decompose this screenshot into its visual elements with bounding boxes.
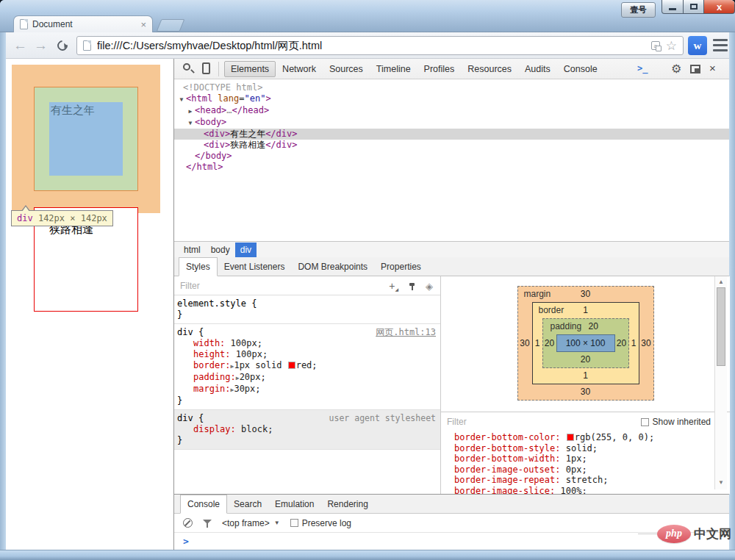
window-controls: x xyxy=(662,0,735,14)
address-bar[interactable]: file:///C:/Users/smyhvae/Desktop/html/网页… xyxy=(76,36,684,55)
page-div1: 有生之年 xyxy=(49,102,123,176)
tab-network[interactable]: Network xyxy=(276,61,323,77)
browser-tab[interactable]: Document × xyxy=(13,15,153,32)
breadcrumb-html[interactable]: html xyxy=(179,243,206,257)
console-prompt[interactable]: > xyxy=(174,533,729,547)
translate-icon[interactable]: a xyxy=(651,41,660,50)
styles-pane: Filter +◢ ◈ element.style { } 网页.html:13… xyxy=(174,276,441,494)
drawer-tab-rendering[interactable]: Rendering xyxy=(320,495,374,513)
tab-styles[interactable]: Styles xyxy=(179,257,218,276)
computed-prop[interactable]: border-image-repeat: stretch; xyxy=(454,475,730,486)
devtools-close-icon[interactable]: × xyxy=(709,62,716,74)
url-text[interactable]: file:///C:/Users/smyhvae/Desktop/html/网页… xyxy=(97,39,645,53)
rule-div-authored[interactable]: 网页.html:13div { width: 100px; height: 10… xyxy=(174,324,440,410)
settings-gear-icon[interactable]: ⚙ xyxy=(671,62,681,76)
php-badge: php xyxy=(657,525,691,543)
scrollbar-thumb[interactable] xyxy=(717,287,725,366)
tab-console[interactable]: Console xyxy=(557,61,604,77)
browser-window: Document × 壹号 x ← → file:///C:/Users/smy… xyxy=(0,0,735,560)
device-mode-icon[interactable] xyxy=(202,62,210,74)
filter-funnel-icon[interactable] xyxy=(203,519,212,528)
expand-arrow-icon[interactable]: ▼ xyxy=(177,94,186,105)
tab-audits[interactable]: Audits xyxy=(518,61,557,77)
new-style-rule-icon[interactable]: +◢ xyxy=(389,281,398,292)
breadcrumb-body[interactable]: body xyxy=(206,243,235,257)
dom-div2[interactable]: <div>狭路相逢</div> xyxy=(174,140,729,151)
scroll-down-icon[interactable]: ▼ xyxy=(715,479,727,486)
dom-html-open[interactable]: ▼<html lang="en"> xyxy=(174,93,729,105)
css-prop-padding[interactable]: padding:▶20px; xyxy=(177,372,436,384)
css-prop-height[interactable]: height: 100px; xyxy=(177,349,436,360)
tab-profiles[interactable]: Profiles xyxy=(417,61,462,77)
box-model-border[interactable]: border1 1 padding20 20 100 × 100 20 xyxy=(532,302,639,384)
tab-properties[interactable]: Properties xyxy=(374,258,428,276)
scroll-up-icon[interactable]: ▲ xyxy=(715,279,727,285)
css-prop-width[interactable]: width: 100px; xyxy=(177,338,436,349)
user-agent-label: user agent stylesheet xyxy=(329,413,436,424)
tab-dom-breakpoints[interactable]: DOM Breakpoints xyxy=(291,258,374,276)
close-window-button[interactable]: x xyxy=(704,0,735,14)
box-model-padding[interactable]: padding20 20 100 × 100 20 20 xyxy=(542,318,629,368)
maximize-icon xyxy=(690,4,698,10)
css-prop-border[interactable]: border:▶1px solid red; xyxy=(177,360,436,372)
drawer-tab-emulation[interactable]: Emulation xyxy=(268,495,320,513)
computed-prop[interactable]: border-image-slice: 100%; xyxy=(454,486,730,495)
expand-arrow-icon[interactable]: ▼ xyxy=(186,118,195,129)
console-drawer: Console Search Emulation Rendering <top … xyxy=(174,494,729,550)
menu-button[interactable] xyxy=(713,39,728,51)
maximize-button[interactable] xyxy=(684,0,704,14)
color-swatch[interactable] xyxy=(288,362,295,369)
extension-w-button[interactable]: w xyxy=(688,36,707,55)
toggle-console-icon[interactable]: >_ xyxy=(637,63,648,73)
preserve-log-checkbox[interactable] xyxy=(290,519,298,527)
computed-prop[interactable]: border-bottom-width: 1px; xyxy=(454,453,730,464)
dock-icon[interactable] xyxy=(690,65,700,73)
element-state-icon[interactable]: ◈ xyxy=(426,281,433,291)
collapse-arrow-icon[interactable]: ▶ xyxy=(186,106,195,117)
box-model-content[interactable]: 100 × 100 xyxy=(556,334,615,352)
drawer-tab-search[interactable]: Search xyxy=(227,495,268,513)
drawer-tab-console[interactable]: Console xyxy=(180,495,227,514)
computed-prop[interactable]: border-image-outset: 0px; xyxy=(454,464,730,475)
rule-element-style[interactable]: element.style { } xyxy=(174,295,440,324)
tab-sources[interactable]: Sources xyxy=(323,61,370,77)
profile-button[interactable]: 壹号 xyxy=(621,2,656,18)
computed-prop[interactable]: border-bottom-style: solid; xyxy=(454,443,730,454)
dom-div1-selected[interactable]: <div>有生之年</div> xyxy=(174,129,729,140)
css-prop-margin[interactable]: margin:▶30px; xyxy=(177,384,436,395)
tab-event-listeners[interactable]: Event Listeners xyxy=(218,258,292,276)
inspect-element-icon[interactable] xyxy=(183,63,190,71)
bookmark-star-icon[interactable]: ☆ xyxy=(666,40,677,52)
show-inherited-checkbox[interactable] xyxy=(641,418,649,426)
tooltip-size: 142px × 142px xyxy=(33,213,107,223)
forward-button[interactable]: → xyxy=(34,37,48,54)
breadcrumb: html body div xyxy=(174,241,729,257)
dom-body-close[interactable]: </body> xyxy=(174,151,729,162)
css-prop-display[interactable]: display: block; xyxy=(177,424,436,435)
back-button[interactable]: ← xyxy=(13,37,27,54)
minimize-button[interactable] xyxy=(662,0,684,14)
clear-console-icon[interactable] xyxy=(183,518,193,528)
rule-div-user-agent[interactable]: user agent stylesheetdiv { display: bloc… xyxy=(174,410,440,450)
tab-close-icon[interactable]: × xyxy=(140,20,146,29)
stylesheet-link[interactable]: 网页.html:13 xyxy=(376,327,436,338)
new-tab-button[interactable] xyxy=(157,19,185,32)
frame-selector[interactable]: <top frame>▼ xyxy=(222,518,280,528)
dom-body-open[interactable]: ▼<body> xyxy=(174,117,729,129)
tab-resources[interactable]: Resources xyxy=(461,61,518,77)
dom-html-close[interactable]: </html> xyxy=(174,162,729,173)
page-favicon-icon xyxy=(20,19,28,29)
watermark-text: 中文网 xyxy=(694,525,731,542)
tab-elements[interactable]: Elements xyxy=(224,61,276,77)
box-model-margin[interactable]: margin30 30 border1 1 padding20 xyxy=(517,286,654,401)
scrollbar[interactable]: ▲ ▼ xyxy=(714,276,727,489)
dom-head[interactable]: ▶<head>…</head> xyxy=(174,105,729,117)
console-toolbar: <top frame>▼ Preserve log xyxy=(174,514,729,533)
reload-button[interactable] xyxy=(55,38,70,53)
tab-timeline[interactable]: Timeline xyxy=(370,61,417,77)
breadcrumb-div[interactable]: div xyxy=(235,243,257,257)
dom-doctype[interactable]: <!DOCTYPE html> xyxy=(174,82,729,93)
pin-icon[interactable] xyxy=(409,283,415,286)
drawer-tabs: Console Search Emulation Rendering xyxy=(174,495,729,514)
computed-prop[interactable]: border-bottom-color: rgb(255, 0, 0); xyxy=(454,432,730,443)
